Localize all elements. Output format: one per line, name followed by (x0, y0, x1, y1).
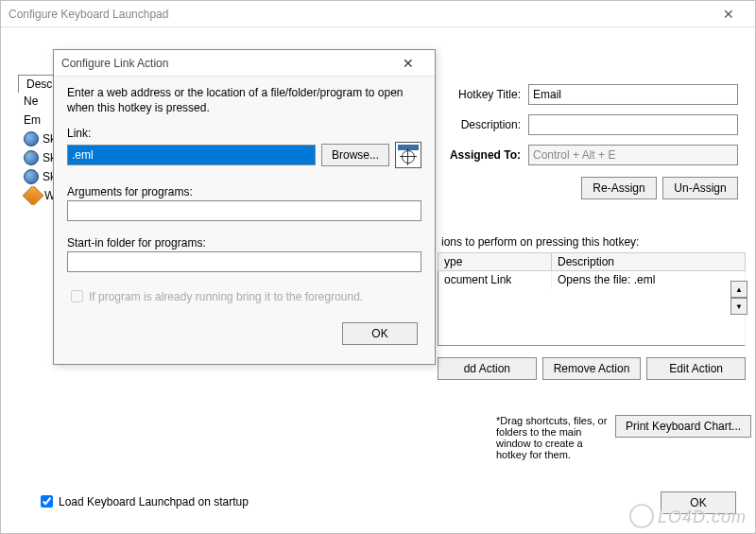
foreground-checkbox (71, 290, 83, 302)
list-item[interactable]: Sk (22, 167, 56, 186)
table-row[interactable]: ocument Link Opens the file: .eml (438, 271, 746, 289)
edit-action-button[interactable]: Edit Action (646, 357, 746, 380)
startup-label: Load Keyboard Launchpad on startup (59, 495, 249, 508)
hotkey-title-label: Hotkey Title: (445, 88, 528, 101)
cell-type: ocument Link (438, 271, 552, 289)
modal-ok-button[interactable]: OK (342, 322, 418, 345)
startup-checkbox-row: Load Keyboard Launchpad on startup (37, 492, 249, 510)
main-title: Configure Keyboard Launchpad (9, 8, 710, 21)
unassign-button[interactable]: Un-Assign (662, 177, 738, 199)
startin-input[interactable] (67, 251, 421, 272)
list-item[interactable]: Wi (22, 186, 56, 205)
list-item[interactable]: Sk (22, 148, 56, 167)
cell-desc: Opens the file: .eml (552, 271, 746, 289)
reassign-button[interactable]: Re-Assign (581, 177, 657, 199)
globe-icon (24, 131, 39, 146)
list-item[interactable]: Ne (22, 92, 56, 111)
window-finder-button[interactable] (395, 142, 421, 168)
browse-button[interactable]: Browse... (321, 144, 389, 166)
details-panel: Hotkey Title: Description: Assigned To: … (445, 84, 738, 199)
modal-titlebar: Configure Link Action ✕ (54, 50, 435, 77)
col-type[interactable]: ype (438, 253, 552, 271)
globe-icon (24, 169, 39, 184)
startin-label: Start-in folder for programs: (67, 236, 421, 250)
winamp-icon (23, 186, 44, 205)
print-chart-button[interactable]: Print Keyboard Chart... (615, 415, 751, 438)
col-description[interactable]: Description (552, 253, 746, 271)
startup-checkbox[interactable] (41, 495, 53, 508)
globe-icon (24, 150, 39, 165)
assigned-to-input (528, 145, 738, 165)
assigned-to-label: Assigned To: (445, 148, 528, 162)
list-label: Ne (24, 95, 38, 108)
arguments-label: Arguments for programs: (67, 185, 421, 198)
modal-instructions: Enter a web address or the location of a… (67, 86, 421, 115)
arguments-input[interactable] (67, 200, 421, 221)
close-icon[interactable]: ✕ (710, 3, 747, 26)
hotkey-title-input[interactable] (528, 84, 738, 105)
move-up-button[interactable]: ▲ (730, 281, 747, 298)
add-action-button[interactable]: dd Action (438, 357, 537, 380)
close-icon[interactable]: ✕ (389, 52, 427, 75)
foreground-check-row: If program is already running bring it t… (67, 287, 421, 305)
main-titlebar: Configure Keyboard Launchpad ✕ (1, 1, 755, 27)
reorder-buttons: ▲ ▼ (730, 281, 747, 315)
move-down-button[interactable]: ▼ (730, 298, 747, 315)
remove-action-button[interactable]: Remove Action (542, 357, 642, 380)
hotkey-list[interactable]: Ne Em Sk Sk Sk Wi (22, 92, 56, 196)
link-action-dialog: Configure Link Action ✕ Enter a web addr… (53, 49, 436, 365)
description-label: Description: (445, 118, 528, 131)
main-ok-button[interactable]: OK (661, 491, 736, 514)
foreground-label: If program is already running bring it t… (89, 290, 363, 303)
modal-title: Configure Link Action (61, 57, 389, 70)
actions-label: ions to perform on pressing this hotkey: (438, 235, 746, 249)
link-label: Link: (67, 127, 421, 140)
crosshair-icon (402, 150, 415, 164)
list-label: Em (24, 113, 41, 127)
actions-table[interactable]: ype Description ocument Link Opens the f… (438, 252, 746, 346)
actions-section: ions to perform on pressing this hotkey:… (438, 235, 746, 380)
list-item[interactable]: Sk (22, 129, 56, 148)
description-input[interactable] (528, 114, 738, 135)
link-input[interactable] (67, 145, 316, 165)
list-item[interactable]: Em (22, 111, 56, 129)
hint-text: *Drag shortcuts, files, or folders to th… (496, 415, 615, 460)
